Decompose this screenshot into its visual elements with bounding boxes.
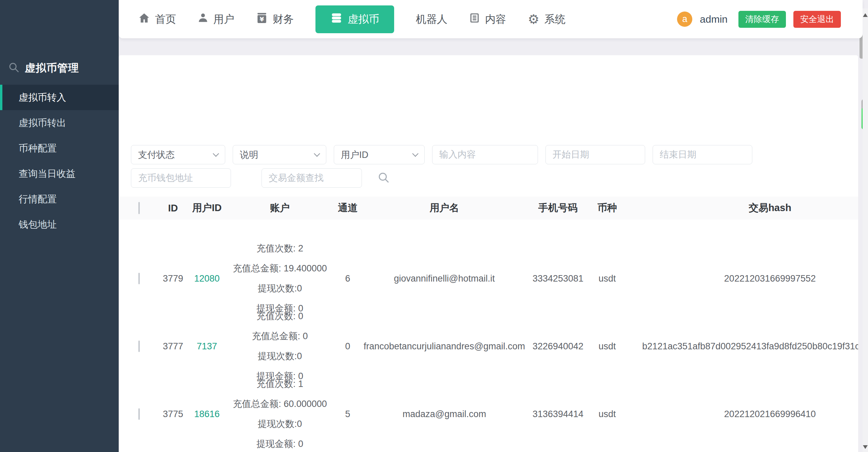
cell-channel: 5 <box>332 409 363 419</box>
col-header-phone: 手机号码 <box>526 201 590 215</box>
cell-username: giovannifinelli@hotmail.it <box>363 273 526 284</box>
topbar-user-area: a admin 清除缓存 安全退出 <box>677 11 863 28</box>
cell-username: madaza@gmail.com <box>363 409 526 419</box>
nav-label: 首页 <box>155 12 176 26</box>
nav-item-content[interactable]: 内容 <box>469 5 506 33</box>
avatar-letter: a <box>682 14 687 24</box>
nav-item-system[interactable]: ⚙ 系统 <box>528 5 565 33</box>
wallet-address-input[interactable] <box>131 168 231 188</box>
chevron-down-icon <box>314 150 320 157</box>
logout-button[interactable]: 安全退出 <box>793 11 841 28</box>
nav-label: 系统 <box>544 12 565 26</box>
account-line: 充值总金额: 60.000000 <box>227 394 332 414</box>
scroll-up-arrow-icon[interactable] <box>863 13 868 18</box>
col-header-hash: 交易hash <box>624 201 858 215</box>
sidebar-item-label: 币种配置 <box>19 142 57 155</box>
content-panel: 支付状态 说明 用户ID <box>119 55 858 452</box>
scrollbar <box>863 8 868 452</box>
sidebar-item-currency-config[interactable]: 币种配置 <box>0 136 119 161</box>
nav-label: 财务 <box>273 12 294 26</box>
end-date-input[interactable] <box>653 145 752 164</box>
cell-id: 3775 <box>159 409 187 419</box>
home-icon <box>138 12 150 26</box>
filter-row-1: 支付状态 说明 用户ID <box>131 145 858 164</box>
cell-currency: usdt <box>590 341 624 352</box>
nav-item-robot[interactable]: 机器人 <box>416 5 447 33</box>
coins-stack-icon <box>330 12 343 27</box>
search-icon <box>8 62 20 75</box>
table-row: 3775 18616 充值次数: 1 充值总金额: 60.000000 提现次数… <box>119 374 858 442</box>
row-checkbox[interactable] <box>138 273 140 284</box>
svg-text:¥: ¥ <box>260 15 264 22</box>
cell-username: francobetancurjulianandres@gmail.com <box>363 341 526 352</box>
content-input[interactable] <box>432 145 538 164</box>
data-table: ID 用户ID 账户 通道 用户名 手机号码 币种 交易hash 3779 12… <box>119 197 858 452</box>
sidebar-item-crypto-deposit[interactable]: 虚拟币转入 <box>0 85 119 110</box>
nav-label: 机器人 <box>416 12 447 26</box>
cell-currency: usdt <box>590 409 624 419</box>
sidebar-header: 虚拟币管理 <box>0 0 119 75</box>
filter-row-2 <box>131 168 858 188</box>
top-navigation: 首页 用户 ¥ 财务 <box>119 5 565 33</box>
nav-label: 内容 <box>485 12 506 26</box>
account-line: 提现次数:0 <box>227 279 332 299</box>
cell-channel: 0 <box>332 341 363 352</box>
select-label: 支付状态 <box>138 149 175 161</box>
sidebar-title: 虚拟币管理 <box>25 61 79 75</box>
nav-item-crypto[interactable]: 虚拟币 <box>315 5 394 33</box>
select-label: 说明 <box>240 149 258 161</box>
avatar[interactable]: a <box>677 12 692 27</box>
cell-user-id[interactable]: 7137 <box>187 341 227 352</box>
table-row: 3777 7137 充值次数: 0 充值总金额: 0 提现次数:0 提现金额: … <box>119 306 858 374</box>
account-line: 充值总金额: 0 <box>227 326 332 346</box>
yen-box-icon: ¥ <box>256 12 268 26</box>
sidebar: 虚拟币管理 虚拟币转入 虚拟币转出 币种配置 查询当日收益 行情配置 钱包地址 <box>0 0 119 452</box>
nav-item-home[interactable]: 首页 <box>138 5 176 33</box>
cell-hash: b2121ac351afb87d002952413fa9d8fd250b80c1… <box>624 341 858 352</box>
sidebar-menu: 虚拟币转入 虚拟币转出 币种配置 查询当日收益 行情配置 钱包地址 <box>0 85 119 237</box>
scroll-down-arrow-icon[interactable] <box>863 445 868 450</box>
col-header-id: ID <box>159 203 187 214</box>
user-id-select[interactable]: 用户ID <box>334 145 425 164</box>
clear-cache-button[interactable]: 清除缓存 <box>738 11 786 28</box>
cell-account: 充值次数: 1 充值总金额: 60.000000 提现次数:0 提现金额: 0 <box>227 374 332 452</box>
sidebar-item-label: 虚拟币转出 <box>19 117 66 129</box>
cell-user-id[interactable]: 12080 <box>187 273 227 284</box>
cell-id: 3779 <box>159 273 187 284</box>
cell-phone: 3226940042 <box>526 341 590 352</box>
nav-label: 用户 <box>213 12 234 26</box>
cell-hash: 202212031669997552 <box>624 273 858 284</box>
search-icon <box>377 180 390 185</box>
row-checkbox[interactable] <box>138 408 140 420</box>
start-date-input[interactable] <box>545 145 645 164</box>
sidebar-item-crypto-withdraw[interactable]: 虚拟币转出 <box>0 110 119 136</box>
search-button[interactable] <box>377 171 390 185</box>
username: admin <box>700 14 728 25</box>
topbar: 首页 用户 ¥ 财务 <box>119 0 863 38</box>
cell-phone: 3334253081 <box>526 273 590 284</box>
table-header-row: ID 用户ID 账户 通道 用户名 手机号码 币种 交易hash <box>119 197 858 220</box>
cell-hash: 202212021669996410 <box>624 409 858 419</box>
sidebar-item-market-config[interactable]: 行情配置 <box>0 186 119 212</box>
payment-status-select[interactable]: 支付状态 <box>131 145 225 164</box>
note-select[interactable]: 说明 <box>233 145 326 164</box>
account-line: 提现次数:0 <box>227 346 332 366</box>
sidebar-item-wallet-address[interactable]: 钱包地址 <box>0 212 119 237</box>
cell-user-id[interactable]: 18616 <box>187 409 227 419</box>
filter-bar: 支付状态 说明 用户ID <box>119 55 858 188</box>
amount-search-input[interactable] <box>262 168 362 188</box>
nav-item-users[interactable]: 用户 <box>198 5 234 33</box>
select-all-checkbox[interactable] <box>138 202 140 214</box>
cell-phone: 3136394414 <box>526 409 590 419</box>
account-line: 充值次数: 1 <box>227 374 332 394</box>
col-header-channel: 通道 <box>332 201 363 215</box>
account-line: 充值次数: 2 <box>227 239 332 259</box>
sidebar-item-daily-profit[interactable]: 查询当日收益 <box>0 161 119 186</box>
row-checkbox[interactable] <box>138 341 140 352</box>
sidebar-item-label: 虚拟币转入 <box>19 91 66 104</box>
sidebar-item-label: 钱包地址 <box>19 218 57 231</box>
nav-item-finance[interactable]: ¥ 财务 <box>256 5 294 33</box>
table-row: 3779 12080 充值次数: 2 充值总金额: 19.400000 提现次数… <box>119 239 858 306</box>
table-body: 3779 12080 充值次数: 2 充值总金额: 19.400000 提现次数… <box>119 239 858 452</box>
col-header-currency: 币种 <box>590 201 624 215</box>
